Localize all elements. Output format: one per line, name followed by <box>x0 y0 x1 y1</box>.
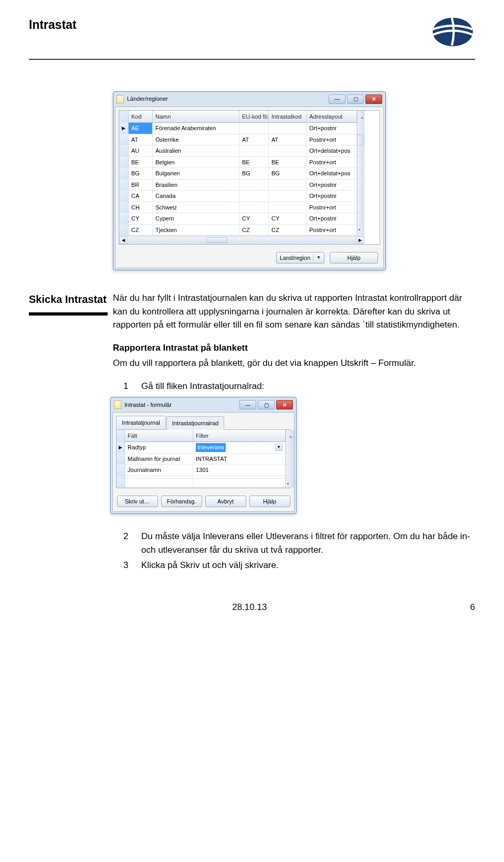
row-selector[interactable] <box>117 479 125 488</box>
col-hdr-adresslayout[interactable]: Adresslayout <box>307 111 357 123</box>
minimize-button[interactable]: — <box>329 94 345 104</box>
tab-intrastatjournal[interactable]: Intrastatjournal <box>116 416 166 429</box>
cell-filter[interactable]: 1301 <box>193 465 286 476</box>
cell-addr[interactable]: Ort+postnr <box>307 180 357 191</box>
cell-filter[interactable]: Inleverans ▼ <box>193 442 286 454</box>
cell-intra[interactable] <box>269 202 307 214</box>
cell-intra[interactable]: CY <box>269 213 307 225</box>
vscroll[interactable] <box>357 180 364 191</box>
row-selector[interactable]: ▶ <box>117 442 125 454</box>
cell-addr[interactable]: Ort+delstat+pos <box>307 168 357 180</box>
cell-namn[interactable]: Förenade Arabemiraten <box>153 123 239 134</box>
col-scroll-up[interactable]: ▲ <box>357 111 364 123</box>
col-hdr-eukod[interactable]: EU-kod fö… <box>239 111 269 123</box>
cell-kod[interactable]: AU <box>129 145 153 157</box>
vscroll-thumb[interactable] <box>357 134 364 146</box>
cell-namn[interactable]: Schweiz <box>153 202 239 214</box>
vscroll[interactable] <box>357 202 364 214</box>
vscroll-down[interactable]: ▼ <box>286 479 294 488</box>
vscroll[interactable] <box>357 213 364 225</box>
cell-intra[interactable] <box>269 145 307 157</box>
cell-namn[interactable]: Australien <box>153 145 239 157</box>
cell-eu[interactable]: AT <box>239 134 269 146</box>
cell-addr[interactable]: Postnr+ort <box>307 225 357 236</box>
vscroll[interactable] <box>286 465 294 476</box>
col-hdr-intrastatkod[interactable]: Intrastatkod <box>269 111 307 123</box>
cell-intra[interactable] <box>269 191 307 202</box>
cell-eu[interactable]: BG <box>239 168 269 180</box>
hscroll-thumb[interactable] <box>206 237 227 243</box>
cell-intra[interactable]: CZ <box>269 225 307 236</box>
cell-field[interactable]: Radtyp <box>125 442 193 454</box>
cell-addr[interactable]: Ort+delstat+pos <box>307 145 357 157</box>
row-selector[interactable] <box>119 157 129 169</box>
cell-namn[interactable]: Canada <box>153 191 239 202</box>
vscroll-down[interactable]: ▼ <box>357 225 364 236</box>
preview-button[interactable]: Förhandsg. <box>161 496 202 507</box>
cell-kod[interactable]: BR <box>129 180 153 191</box>
close-button[interactable]: ✕ <box>276 400 293 409</box>
row-selector[interactable] <box>119 145 129 157</box>
cell-eu[interactable] <box>239 191 269 202</box>
cell-filter[interactable]: INTRASTAT <box>193 454 286 465</box>
cell-addr[interactable]: Ort+postnr <box>307 123 357 134</box>
col-hdr-falt[interactable]: Fält <box>125 430 193 443</box>
cell-eu[interactable] <box>239 145 269 157</box>
cell-field[interactable] <box>125 479 193 488</box>
cell-kod[interactable]: AT <box>129 134 153 146</box>
cell-namn[interactable]: Tjeckien <box>153 225 239 236</box>
hscroll-left[interactable]: ◀ <box>119 237 128 244</box>
cell-namn[interactable]: Brasilien <box>153 180 239 191</box>
col-hdr-namn[interactable]: Namn <box>153 111 239 123</box>
row-selector[interactable] <box>119 180 129 191</box>
vscroll[interactable] <box>357 191 364 202</box>
help-button[interactable]: Hjälp <box>330 252 378 264</box>
cell-intra[interactable]: AT <box>269 134 307 146</box>
row-selector[interactable] <box>119 134 129 146</box>
cell-namn[interactable]: Österrike <box>153 134 239 146</box>
row-selector[interactable] <box>117 465 125 476</box>
cell-intra[interactable]: BG <box>269 168 307 180</box>
cell-kod[interactable]: CZ <box>129 225 153 236</box>
row-selector[interactable] <box>117 454 125 465</box>
tab-intrastatjournalrad[interactable]: Intrastatjournalrad <box>166 416 225 430</box>
vscroll[interactable] <box>286 442 294 454</box>
cell-kod[interactable]: BE <box>129 157 153 169</box>
cell-namn[interactable]: Bulgarien <box>153 168 239 180</box>
cell-addr[interactable]: Ort+postnr <box>307 213 357 225</box>
print-button[interactable]: Skriv ut… <box>117 496 158 507</box>
row-selector-header[interactable] <box>119 111 129 123</box>
cell-eu[interactable]: BE <box>239 157 269 169</box>
col-hdr-filter[interactable]: Filter <box>193 430 286 443</box>
cell-kod[interactable]: CA <box>129 191 153 202</box>
vscroll-up[interactable]: ▲ <box>286 430 294 443</box>
cell-namn[interactable]: Cypern <box>153 213 239 225</box>
row-selector[interactable] <box>119 202 129 214</box>
row-selector[interactable] <box>119 191 129 202</box>
cell-intra[interactable] <box>269 180 307 191</box>
row-selector[interactable]: ▶ <box>119 123 129 134</box>
help-button[interactable]: Hjälp <box>249 496 290 507</box>
row-selector[interactable] <box>119 168 129 180</box>
vscroll[interactable] <box>286 454 294 465</box>
col-hdr-kod[interactable]: Kod <box>129 111 153 123</box>
vscroll[interactable] <box>357 157 364 169</box>
row-selector[interactable] <box>119 213 129 225</box>
cell-kod[interactable]: BG <box>129 168 153 180</box>
cell-intra[interactable] <box>269 123 307 134</box>
maximize-button[interactable]: ▢ <box>347 94 364 104</box>
cell-filter[interactable] <box>193 479 286 488</box>
cell-eu[interactable] <box>239 180 269 191</box>
cancel-button[interactable]: Avbryt <box>205 496 246 507</box>
hscroll-right[interactable]: ▶ <box>356 237 364 244</box>
cell-namn[interactable]: Belgien <box>153 157 239 169</box>
chevron-down-icon[interactable]: ▼ <box>275 444 282 451</box>
vscroll[interactable] <box>357 168 364 180</box>
cell-addr[interactable]: Postnr+ort <box>307 157 357 169</box>
cell-addr[interactable]: Postnr+ort <box>307 134 357 146</box>
cell-eu[interactable]: CY <box>239 213 269 225</box>
cell-kod[interactable]: AE <box>129 123 153 134</box>
cell-kod[interactable]: CH <box>129 202 153 214</box>
cell-eu[interactable] <box>239 202 269 214</box>
cell-intra[interactable]: BE <box>269 157 307 169</box>
